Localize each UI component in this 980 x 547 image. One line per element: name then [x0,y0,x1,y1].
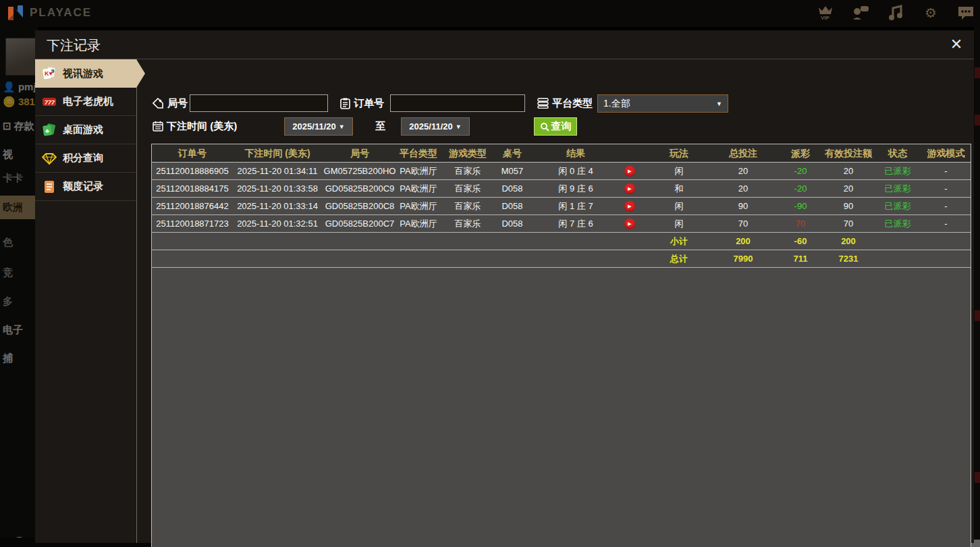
empty-cell [152,233,650,250]
table-cell: GD05825B200C9 [322,180,398,197]
sidebar-item-label: 桌面游戏 [63,123,103,136]
date-range-to-label: 至 [375,117,385,135]
date-from-value: 2025/11/20 [292,121,335,132]
table-cell: PA欧洲厅 [398,215,439,232]
column-header: 平台类型 [398,144,439,162]
replay-play-icon[interactable]: ▶ [624,201,635,212]
order-number-label: 订单号 [340,94,384,112]
date-to-select[interactable]: 2025/11/20 ▼ [401,117,470,136]
result-cell: 闲 7 庄 6▶ [528,215,650,232]
column-header: 结果 [528,144,650,162]
table-cell: - [921,180,971,197]
settings-gear-icon[interactable]: ⚙ [921,3,941,23]
replay-play-icon[interactable]: ▶ [624,166,635,177]
round-number-input[interactable] [190,94,328,112]
sidebar-item-积分查询[interactable]: 积分查询 [35,144,136,173]
payout-cell: -20 [778,163,823,179]
music-icon[interactable] [886,3,906,23]
playace-logo-icon [7,4,24,22]
table-cell: 251120018886905 [152,163,233,179]
table-cell: 20 [708,180,778,197]
playace-logo: PLAYACE [7,4,92,22]
table-cell: 251120018884175 [152,180,233,197]
date-from-select[interactable]: 2025/11/20 ▼ [284,117,353,136]
replay-play-icon[interactable]: ▶ [624,219,635,229]
table-cell: 20 [823,180,874,197]
table-row: 2511200188869052025-11-20 01:34:11GM0572… [152,163,971,180]
tag-icon [153,98,164,109]
payout-cell: -90 [778,198,823,214]
slots-777-icon: 777 [42,94,57,109]
bet-time-label: 下注时间 (美东) [153,117,237,135]
chevron-down-icon: ▼ [339,123,345,130]
sidebar-item-label: 电子老虎机 [63,95,113,108]
status-cell: 已派彩 [874,180,921,197]
vip-crown-icon[interactable]: VIP [815,3,836,23]
platform-selected-value: 1.全部 [603,98,630,110]
subtotal-row-value: 200 [823,233,874,250]
modal-title-bar: 下注记录 ✕ [35,30,974,59]
modal-title: 下注记录 [47,36,101,55]
status-cell: 已派彩 [874,215,921,232]
table-cell: 2025-11-20 01:33:58 [233,180,322,197]
table-cell: 2025-11-20 01:33:14 [233,198,322,214]
table-cell: 2025-11-20 01:34:11 [233,163,322,179]
table-row: 2511200188717232025-11-20 01:32:51GD0582… [152,215,971,233]
result-text: 闲 1 庄 7 [558,201,593,211]
table-games-icon: ♣ [42,123,57,138]
table-row: 2511200188841752025-11-20 01:33:58GD0582… [152,180,971,198]
replay-play-icon[interactable]: ▶ [624,183,635,194]
sidebar-item-label: 视讯游戏 [63,67,103,80]
logo-text: PLAYACE [30,6,92,20]
table-cell: 251120018876442 [152,198,233,214]
table-cell: 百家乐 [439,215,496,232]
calendar-icon [153,121,163,132]
table-cell: - [921,215,971,232]
bet-records-table: 订单号下注时间 (美东)局号平台类型游戏类型桌号结果玩法总投注派彩有效投注额状态… [151,144,971,547]
status-cell: 已派彩 [874,163,921,179]
date-to-value: 2025/11/20 [409,121,452,132]
payout-cell: 70 [778,215,823,232]
table-cell: D058 [496,215,528,232]
table-cell: 2025-11-20 01:32:51 [233,215,322,232]
chevron-down-icon: ▼ [716,100,722,107]
video-cards-icon: 9K♥ [42,66,57,81]
sidebar-item-电子老虎机[interactable]: 777电子老虎机 [35,88,136,116]
sidebar-item-label: 积分查询 [63,152,103,165]
column-header: 游戏类型 [439,144,496,162]
table-cell: D058 [496,180,528,197]
messages-icon[interactable] [956,3,976,23]
column-header: 局号 [322,144,398,162]
table-cell: 70 [708,215,778,232]
result-cell: 闲 9 庄 6▶ [528,180,650,197]
query-button-label: 查询 [551,120,572,133]
sidebar-item-视讯游戏[interactable]: 9K♥视讯游戏 [35,59,136,88]
column-header: 派彩 [778,144,823,162]
betting-records-modal: 下注记录 ✕ 9K♥视讯游戏777电子老虎机♣桌面游戏积分查询额度记录 局号 订… [35,30,974,543]
points-gem-icon [42,151,57,166]
order-number-input[interactable] [390,94,525,112]
query-button[interactable]: 查询 [534,117,577,136]
platform-type-label: 平台类型 [537,94,593,112]
table-cell: PA欧洲厅 [398,198,439,214]
table-cell: PA欧洲厅 [398,180,439,197]
table-cell: 90 [708,198,778,214]
column-header: 游戏模式 [921,144,971,162]
total-row: 总计79907117231 [152,250,971,268]
column-header: 桌号 [496,144,528,162]
table-cell: 闲 [650,198,708,214]
sidebar-item-桌面游戏[interactable]: ♣桌面游戏 [35,116,136,144]
platform-type-select[interactable]: 1.全部 ▼ [597,94,728,113]
search-icon [540,122,549,132]
close-icon[interactable]: ✕ [947,35,966,54]
table-cell: 闲 [650,163,708,179]
table-cell: 和 [650,180,708,197]
total-row-value: 711 [778,250,823,267]
svg-text:♣: ♣ [45,127,49,134]
total-row-value: 7990 [708,250,778,267]
table-cell: 70 [823,215,874,232]
chevron-down-icon: ▼ [456,123,462,130]
svg-text:VIP: VIP [821,15,830,21]
support-chat-icon[interactable] [850,3,871,23]
sidebar-item-额度记录[interactable]: 额度记录 [35,173,136,201]
